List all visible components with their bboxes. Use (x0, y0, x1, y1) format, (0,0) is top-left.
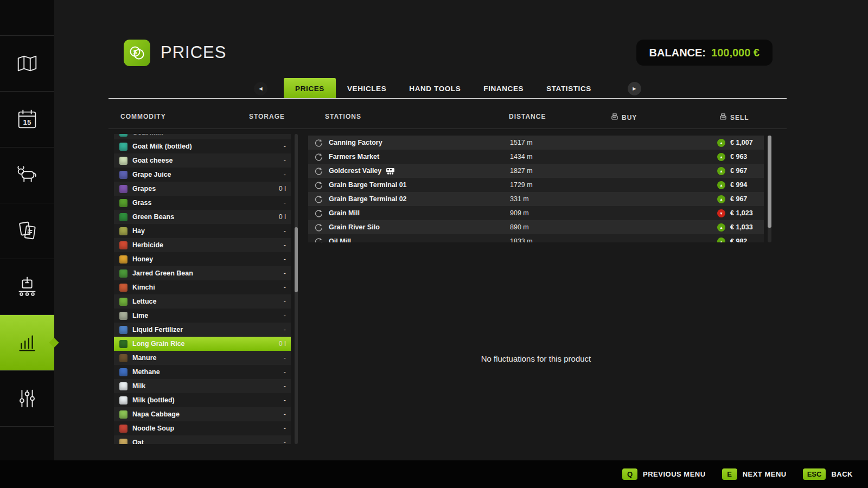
commodity-label: Green Beans (132, 213, 174, 221)
tab-statistics[interactable]: STATISTICS (535, 78, 603, 99)
commodity-storage-value: - (284, 326, 286, 333)
prices-header-icon: $ (124, 40, 150, 66)
station-row[interactable]: Grain Barge Terminal 01 1729 m ▲ € 994 (308, 178, 764, 192)
commodity-row[interactable]: Goat Milk - (114, 134, 291, 139)
commodity-label: Lettuce (132, 298, 156, 305)
station-row[interactable]: Grain Mill 909 m ▼ € 1,023 (308, 206, 764, 220)
column-header-sell: SELL (719, 113, 749, 122)
commodity-row[interactable]: Grass - (114, 196, 291, 210)
commodity-storage-value: - (284, 157, 286, 164)
commodity-storage-value: - (284, 199, 286, 207)
commodity-row[interactable]: Oat - (114, 435, 291, 444)
commodity-row[interactable]: Goat cheese - (114, 153, 291, 168)
station-row[interactable]: Oil Mill 1833 m ▲ € 982 (308, 234, 764, 242)
column-header-stations: STATIONS (325, 113, 361, 120)
footer-hint[interactable]: Q PREVIOUS MENU (622, 468, 706, 480)
commodity-row[interactable]: Noodle Soup - (114, 421, 291, 435)
commodity-row[interactable]: Goat Milk (bottled) - (114, 139, 291, 153)
commodity-icon (119, 410, 127, 419)
station-row[interactable]: Grain River Silo 890 m ▲ € 1,033 (308, 220, 764, 234)
sell-point-icon (314, 180, 323, 190)
commodity-label: Noodle Soup (132, 425, 174, 432)
sidebar: 15 (0, 0, 54, 460)
station-sell-price: € 994 (730, 181, 747, 189)
commodity-row[interactable]: Long Grain Rice 0 l (114, 337, 291, 351)
stations-list: Canning Factory 1517 m ▲ € 1,007 Farmers… (308, 136, 764, 242)
commodity-row[interactable]: Grapes 0 l (114, 182, 291, 196)
station-row[interactable]: Canning Factory 1517 m ▲ € 1,007 (308, 136, 764, 150)
tabs-prev-button[interactable]: ◀ (254, 82, 267, 95)
station-sell-cell: ▲ € 994 (717, 181, 747, 189)
station-row[interactable]: Goldcrest Valley 1827 m ▲ € 967 (308, 164, 764, 178)
commodity-label: Grape Juice (132, 171, 171, 178)
trend-icon: ▲ (717, 195, 725, 203)
tab-vehicles[interactable]: VEHICLES (336, 78, 398, 99)
commodity-row[interactable]: Herbicide - (114, 238, 291, 252)
sidebar-item-map[interactable] (0, 36, 54, 92)
station-name: Grain Barge Terminal 02 (329, 195, 407, 203)
commodity-row[interactable]: Liquid Fertilizer - (114, 323, 291, 337)
station-name: Canning Factory (329, 139, 382, 146)
commodity-storage-value: - (284, 143, 286, 150)
hint-key-badge: ESC (803, 468, 826, 480)
station-name: Grain Mill (329, 209, 360, 217)
footer-hint[interactable]: E NEXT MENU (722, 468, 787, 480)
commodity-row[interactable]: Napa Cabbage - (114, 407, 291, 421)
sidebar-item-production[interactable] (0, 259, 54, 315)
commodity-row[interactable]: Milk (bottled) - (114, 393, 291, 407)
commodity-scrollbar[interactable] (295, 134, 298, 444)
station-row[interactable]: Farmers Market 1434 m ▲ € 963 (308, 150, 764, 164)
station-row[interactable]: Grain Barge Terminal 02 331 m ▲ € 967 (308, 192, 764, 206)
station-name: Grain Barge Terminal 01 (329, 181, 407, 189)
commodity-storage-value: - (284, 298, 286, 305)
commodity-row[interactable]: Hay - (114, 224, 291, 238)
tabs-next-button[interactable]: ▶ (628, 82, 641, 95)
commodity-row[interactable]: Green Beans 0 l (114, 210, 291, 224)
commodity-storage-value: 0 l (279, 185, 286, 192)
trend-icon: ▲ (717, 153, 725, 161)
tab-prices[interactable]: PRICES (284, 78, 336, 99)
sidebar-item-finances[interactable] (0, 371, 54, 427)
commodity-row[interactable]: Manure - (114, 351, 291, 365)
sell-point-icon (314, 222, 323, 232)
commodity-row[interactable]: Milk - (114, 379, 291, 393)
commodity-label: Napa Cabbage (132, 410, 180, 418)
stations-scrollbar-thumb[interactable] (768, 136, 771, 228)
sidebar-item-prices[interactable] (0, 315, 54, 371)
commodity-icon (119, 354, 127, 362)
buy-icon (611, 113, 618, 122)
commodity-label: Lime (132, 312, 148, 319)
commodity-row[interactable]: Jarred Green Bean - (114, 266, 291, 280)
trend-icon: ▲ (717, 237, 725, 243)
commodity-row[interactable]: Grape Juice - (114, 168, 291, 182)
sidebar-item-animals[interactable] (0, 147, 54, 203)
commodity-label: Goat Milk (bottled) (132, 143, 192, 150)
commodity-label: Milk (bottled) (132, 396, 175, 404)
sell-point-icon (314, 194, 323, 204)
commodity-row[interactable]: Lettuce - (114, 294, 291, 309)
commodity-scrollbar-thumb[interactable] (295, 227, 298, 292)
stations-scrollbar[interactable] (768, 136, 771, 242)
commodity-row[interactable]: Honey - (114, 252, 291, 266)
tab-finances[interactable]: FINANCES (472, 78, 535, 99)
footer-hint[interactable]: ESC BACK (803, 468, 853, 480)
commodity-storage-value: - (284, 255, 286, 263)
station-sell-cell: ▲ € 1,033 (717, 223, 753, 232)
tab-hand-tools[interactable]: HAND TOOLS (398, 78, 472, 99)
commodity-storage-value: - (284, 284, 286, 291)
svg-text:$: $ (133, 48, 136, 55)
sidebar-item-calendar[interactable]: 15 (0, 92, 54, 147)
balance-pill: BALANCE: 100,000 € (636, 40, 773, 66)
commodity-icon (119, 425, 127, 433)
station-sell-price: € 1,033 (730, 223, 753, 231)
commodity-row[interactable]: Kimchi - (114, 280, 291, 294)
commodity-panel: Goat Milk - Goat Milk (bottled) - Goat c… (114, 134, 291, 444)
commodity-row[interactable]: Lime - (114, 309, 291, 323)
commodity-storage-value: - (284, 171, 286, 178)
commodity-label: Goat Milk (132, 134, 163, 136)
station-distance: 1517 m (510, 139, 533, 146)
sidebar-item-contracts[interactable] (0, 203, 54, 259)
sell-point-icon (314, 236, 323, 242)
sell-point-icon (314, 152, 323, 162)
commodity-row[interactable]: Methane - (114, 365, 291, 379)
